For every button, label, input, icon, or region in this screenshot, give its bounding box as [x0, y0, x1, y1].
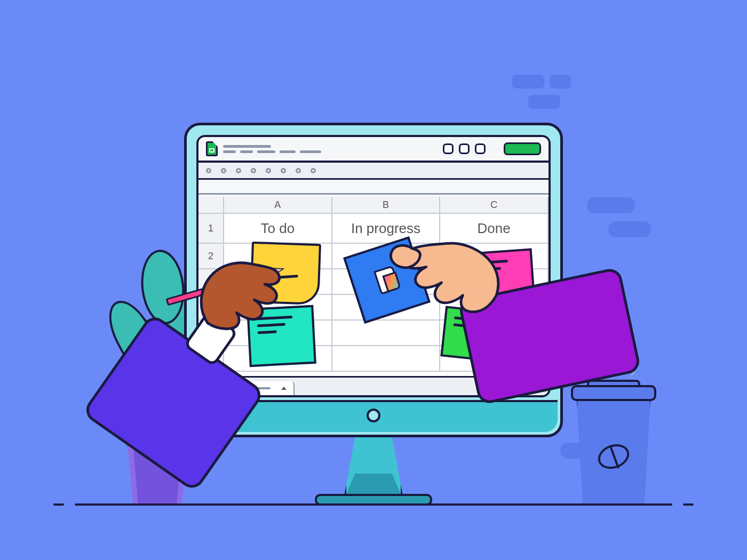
bg-brick — [608, 221, 651, 237]
toolbar-item-icon — [221, 168, 226, 173]
right-hand-illustration — [384, 229, 507, 336]
toolbar-item-icon — [266, 168, 271, 173]
bg-brick — [528, 95, 560, 109]
kanban-header-todo: To do — [224, 214, 332, 244]
monitor-power-button-icon — [367, 409, 380, 422]
bg-brick — [587, 197, 635, 213]
window-button-icon — [443, 143, 454, 154]
left-hand-illustration — [192, 245, 285, 339]
window-button-icon — [475, 143, 486, 154]
toolbar-item-icon — [206, 168, 211, 173]
ground-line — [75, 503, 672, 506]
app-titlebar — [198, 137, 549, 163]
toolbar-item-icon — [311, 168, 316, 173]
toolbar-item-icon — [236, 168, 241, 173]
formula-bar — [198, 180, 549, 195]
column-header: A — [224, 197, 332, 214]
column-header: B — [332, 197, 441, 214]
document-title-placeholder — [223, 145, 321, 153]
share-button-icon — [504, 142, 541, 155]
toolbar-item-icon — [296, 168, 301, 173]
bg-brick — [512, 75, 544, 89]
bg-brick — [550, 75, 571, 89]
toolbar-item-icon — [281, 168, 286, 173]
toolbar — [198, 163, 549, 180]
row-header: 1 — [198, 214, 224, 244]
coffee-cup-illustration — [571, 367, 656, 506]
window-button-icon — [459, 143, 470, 154]
google-sheets-icon — [206, 141, 218, 156]
column-header: C — [440, 197, 549, 214]
toolbar-item-icon — [251, 168, 256, 173]
